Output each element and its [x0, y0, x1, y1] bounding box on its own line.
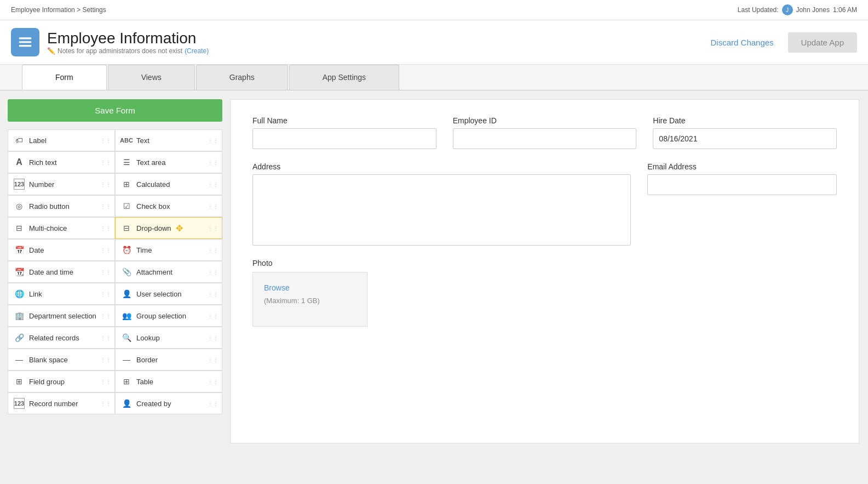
tab-app-settings[interactable]: App Settings [289, 65, 399, 90]
form-field-email: Email Address [647, 162, 837, 246]
field-item-user[interactable]: 👤 User selection ⋮⋮ [115, 283, 222, 305]
app-header-right: Discard Changes Update App [703, 32, 857, 53]
app-icon [11, 28, 39, 56]
field-item-datetime[interactable]: 📆 Date and time ⋮⋮ [8, 261, 115, 283]
field-text-area: Text area [136, 158, 165, 167]
photo-upload-box[interactable]: Browse (Maximum: 1 GB) [252, 272, 367, 327]
svg-rect-1 [19, 41, 32, 43]
field-link: Link [29, 290, 42, 298]
field-border: Border [136, 356, 158, 364]
form-field-fullname: Full Name [252, 116, 436, 149]
field-item-fieldgroup[interactable]: ⊞ Field group ⋮⋮ [8, 371, 115, 392]
drag-handle-user: ⋮⋮ [208, 291, 219, 297]
field-item-number[interactable]: 123 Number ⋮⋮ [8, 173, 115, 195]
top-bar: Employee Information > Settings Last Upd… [0, 0, 868, 20]
field-item-time[interactable]: ⏰ Time ⋮⋮ [115, 239, 222, 261]
form-preview: Full Name Employee ID Hire Date 08/16/20… [230, 99, 859, 443]
discard-changes-button[interactable]: Discard Changes [703, 33, 781, 52]
field-item-date[interactable]: 📅 Date ⋮⋮ [8, 239, 115, 261]
employeeid-input[interactable] [453, 128, 637, 149]
drag-handle-datetime: ⋮⋮ [100, 269, 111, 275]
field-group: Group selection [136, 312, 186, 320]
drag-handle-blank: ⋮⋮ [100, 357, 111, 363]
related-icon: 🔗 [14, 332, 25, 343]
field-item-checkbox[interactable]: ☑ Check box ⋮⋮ [115, 195, 222, 217]
drag-handle-createdby: ⋮⋮ [208, 401, 219, 407]
drag-handle-textarea: ⋮⋮ [208, 160, 219, 166]
update-app-button[interactable]: Update App [788, 32, 857, 53]
address-label: Address [252, 162, 631, 171]
form-field-employeeid: Employee ID [453, 116, 637, 149]
browse-link[interactable]: Browse [264, 283, 356, 292]
drag-handle-table: ⋮⋮ [208, 379, 219, 385]
drag-handle-group: ⋮⋮ [208, 313, 219, 319]
tab-graphs[interactable]: Graphs [196, 65, 288, 90]
tab-views[interactable]: Views [108, 65, 195, 90]
field-item-text-area[interactable]: ☰ Text area ⋮⋮ [115, 151, 222, 173]
edit-icon: ✏️ [47, 47, 55, 55]
fields-grid: 🏷 Label ⋮⋮ ABC Text ⋮⋮ A Rich text ⋮⋮ ☰ … [8, 129, 222, 414]
breadcrumb-app[interactable]: Employee Information [11, 6, 75, 14]
calculated-icon: ⊞ [121, 179, 132, 190]
field-item-attachment[interactable]: 📎 Attachment ⋮⋮ [115, 261, 222, 283]
drag-handle-related: ⋮⋮ [100, 335, 111, 341]
field-time: Time [136, 246, 152, 254]
field-item-dropdown[interactable]: ⊟ Drop-down ✥ ⋮⋮ [115, 217, 222, 239]
field-item-radio[interactable]: ◎ Radio button ⋮⋮ [8, 195, 115, 217]
field-number: Number [29, 180, 54, 189]
field-item-blank[interactable]: — Blank space ⋮⋮ [8, 349, 115, 371]
create-link[interactable]: (Create) [185, 47, 209, 55]
fullname-label: Full Name [252, 116, 436, 125]
hiredate-label: Hire Date [653, 116, 837, 125]
field-item-table[interactable]: ⊞ Table ⋮⋮ [115, 371, 222, 392]
breadcrumb-current[interactable]: Settings [82, 6, 106, 14]
field-item-group[interactable]: 👥 Group selection ⋮⋮ [115, 305, 222, 327]
drag-handle-rich: ⋮⋮ [100, 160, 111, 166]
photo-max-size: (Maximum: 1 GB) [264, 297, 356, 305]
drag-handle-radio: ⋮⋮ [100, 203, 111, 209]
address-input[interactable] [252, 174, 631, 246]
svg-rect-0 [19, 37, 32, 39]
field-multi: Multi-choice [29, 224, 67, 232]
drag-handle-number: ⋮⋮ [100, 181, 111, 187]
field-item-related[interactable]: 🔗 Related records ⋮⋮ [8, 327, 115, 349]
last-updated-label: Last Updated: [738, 6, 779, 14]
field-item-createdby[interactable]: 👤 Created by ⋮⋮ [115, 392, 222, 414]
field-blank: Blank space [29, 356, 68, 364]
field-item-lookup[interactable]: 🔍 Lookup ⋮⋮ [115, 327, 222, 349]
email-input[interactable] [647, 174, 837, 195]
link-icon: 🌐 [14, 288, 25, 299]
field-item-recordnum[interactable]: 123 Record number ⋮⋮ [8, 392, 115, 414]
fullname-input[interactable] [252, 128, 436, 149]
page-title: Employee Information [47, 30, 209, 47]
field-item-dept[interactable]: 🏢 Department selection ⋮⋮ [8, 305, 115, 327]
field-item-text[interactable]: ABC Text ⋮⋮ [115, 129, 222, 151]
app-title-area: Employee Information ✏️ Notes for app ad… [47, 30, 209, 55]
field-item-rich-text[interactable]: A Rich text ⋮⋮ [8, 151, 115, 173]
tabs-bar: Form Views Graphs App Settings [0, 65, 868, 90]
drag-handle-date: ⋮⋮ [100, 247, 111, 253]
email-label: Email Address [647, 162, 837, 171]
drag-handle: ⋮⋮ [100, 138, 111, 144]
svg-rect-2 [19, 45, 32, 47]
field-rich-text: Rich text [29, 158, 57, 167]
hiredate-value[interactable]: 08/16/2021 [653, 128, 837, 149]
recordnum-icon: 123 [14, 398, 25, 409]
photo-section: Photo Browse (Maximum: 1 GB) [252, 259, 837, 327]
fieldgroup-icon: ⊞ [14, 376, 25, 387]
field-datetime: Date and time [29, 268, 73, 276]
form-row-1: Full Name Employee ID Hire Date 08/16/20… [252, 116, 837, 149]
blank-icon: — [14, 354, 25, 365]
user-avatar: J [782, 4, 793, 15]
field-item-link[interactable]: 🌐 Link ⋮⋮ [8, 283, 115, 305]
field-item-calculated[interactable]: ⊞ Calculated ⋮⋮ [115, 173, 222, 195]
field-item-border[interactable]: — Border ⋮⋮ [115, 349, 222, 371]
field-item-label[interactable]: 🏷 Label ⋮⋮ [8, 129, 115, 151]
drag-handle-calc: ⋮⋮ [208, 181, 219, 187]
field-user: User selection [136, 290, 181, 298]
save-form-button[interactable]: Save Form [8, 99, 222, 122]
table-icon: ⊞ [121, 376, 132, 387]
field-label-text: Label [29, 136, 47, 145]
tab-form[interactable]: Form [22, 65, 107, 90]
field-item-multi[interactable]: ⊟ Multi-choice ⋮⋮ [8, 217, 115, 239]
